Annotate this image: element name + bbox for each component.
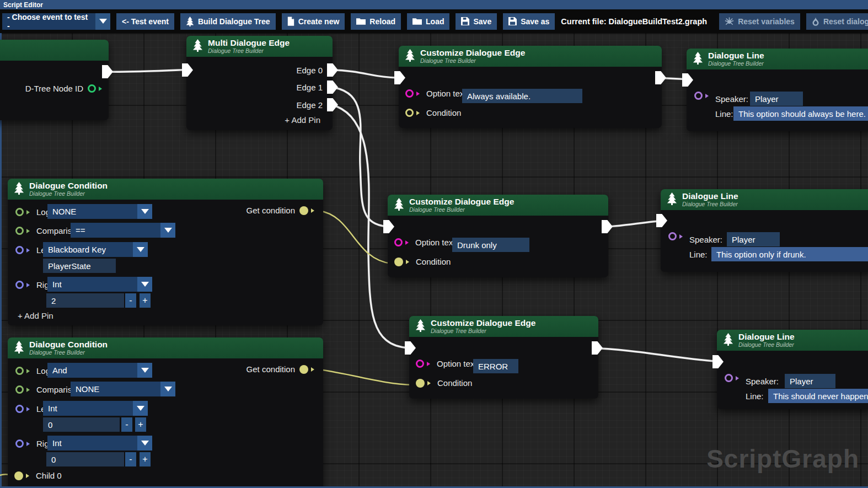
option-text-pin[interactable]	[394, 238, 403, 246]
line-input[interactable]: This should never happen.	[768, 389, 868, 403]
child-0-pin[interactable]	[14, 471, 23, 480]
right-pin[interactable]	[15, 281, 24, 289]
node-multi-dialogue-edge[interactable]: Multi Dialogue Edge Dialogue Tree Builde…	[186, 36, 333, 130]
condition-pin[interactable]	[416, 379, 425, 388]
flow-in-pin[interactable]	[656, 214, 667, 227]
logic-dropdown-button[interactable]	[137, 204, 152, 219]
event-dropdown-button[interactable]	[95, 13, 110, 30]
node-dialogue-condition-bottom[interactable]: Dialogue Condition Dialogue Tree Builder…	[8, 337, 323, 488]
flow-in-pin[interactable]	[182, 63, 193, 77]
node-dialogue-condition-top[interactable]: Dialogue Condition Dialogue Tree Builder…	[8, 179, 323, 325]
line-input[interactable]: This option should always be here.	[733, 106, 868, 121]
condition-pin[interactable]	[394, 258, 403, 266]
node-dialogue-line-mid[interactable]: Dialogue Line Dialogue Tree Builder Spea…	[661, 189, 868, 272]
add-pin-button[interactable]: + Add Pin	[18, 311, 53, 320]
flow-out-pin[interactable]	[102, 65, 113, 78]
option-text-pin[interactable]	[416, 360, 424, 368]
right-pin[interactable]	[15, 439, 24, 448]
comparison-pin[interactable]	[15, 385, 24, 394]
left-value-input[interactable]: 0	[43, 417, 120, 432]
left-pin[interactable]	[15, 405, 24, 413]
add-pin-button[interactable]: + Add Pin	[285, 115, 320, 125]
speaker-pin[interactable]	[694, 92, 703, 100]
logic-pin[interactable]	[15, 367, 24, 375]
reset-dialogue-tree-button[interactable]: Reset dialogue tree	[806, 13, 868, 30]
edge-2-out-pin[interactable]	[327, 98, 338, 111]
flow-out-pin[interactable]	[655, 71, 666, 84]
comparison-dropdown[interactable]: NONE	[71, 382, 175, 396]
save-button[interactable]: Save	[456, 13, 497, 30]
increment-button[interactable]: +	[140, 293, 151, 308]
test-event-button[interactable]: <- Test event	[116, 13, 174, 30]
right-value-input[interactable]: 0	[46, 452, 124, 466]
logic-dropdown-button[interactable]	[137, 363, 152, 378]
node-dialogue-line-bottom[interactable]: Dialogue Line Dialogue Tree Builder Spea…	[717, 330, 868, 409]
right-type-dropdown[interactable]: Int	[47, 436, 152, 451]
reset-variables-button[interactable]: Reset variables	[719, 13, 800, 30]
flow-out-pin[interactable]	[592, 341, 603, 355]
d-tree-node-id-pin[interactable]	[88, 84, 96, 93]
right-type-dropdown-button[interactable]	[137, 436, 152, 451]
left-type-dropdown-button[interactable]	[133, 242, 148, 257]
speaker-input[interactable]: Player	[727, 232, 780, 246]
node-dialogue-line-top[interactable]: Dialogue Line Dialogue Tree Builder Spea…	[687, 49, 868, 131]
comparison-dropdown-button[interactable]	[160, 382, 175, 396]
left-type-dropdown[interactable]: Blackboard Key	[43, 242, 148, 257]
right-type-dropdown[interactable]: Int	[47, 277, 152, 292]
flow-in-pin[interactable]	[383, 220, 394, 233]
get-condition-pin[interactable]	[299, 206, 308, 215]
graph-canvas[interactable]: ScriptGraph D-Tree Node ID Multi Dialogu…	[0, 33, 868, 488]
edge-1-out-pin[interactable]	[327, 81, 338, 94]
option-text-pin[interactable]	[405, 89, 414, 98]
line-input[interactable]: This option only if drunk.	[711, 247, 868, 261]
left-type-value[interactable]: Int	[43, 401, 133, 416]
save-as-button[interactable]: Save as	[503, 13, 555, 30]
logic-value[interactable]: NONE	[47, 204, 137, 219]
speaker-input[interactable]: Player	[785, 374, 835, 388]
option-text-input[interactable]: ERROR	[473, 359, 518, 373]
comparison-dropdown[interactable]: ==	[71, 223, 175, 238]
option-text-input[interactable]: Drunk only	[452, 238, 529, 252]
left-type-dropdown[interactable]: Int	[43, 401, 148, 416]
increment-button[interactable]: +	[140, 452, 151, 466]
right-type-dropdown-button[interactable]	[137, 277, 152, 292]
right-type-value[interactable]: Int	[47, 436, 137, 451]
node-customize-edge-top[interactable]: Customize Dialogue Edge Dialogue Tree Bu…	[399, 46, 662, 128]
flow-out-pin[interactable]	[602, 220, 613, 233]
logic-pin[interactable]	[15, 208, 24, 216]
comparison-value[interactable]: ==	[71, 223, 160, 238]
increment-button[interactable]: +	[135, 417, 146, 432]
node-customize-edge-bottom[interactable]: Customize Dialogue Edge Dialogue Tree Bu…	[409, 316, 598, 399]
flow-in-pin[interactable]	[712, 355, 724, 368]
decrement-button[interactable]: -	[125, 452, 136, 466]
logic-value[interactable]: And	[47, 363, 137, 378]
logic-dropdown[interactable]: And	[47, 363, 152, 378]
build-dialogue-tree-button[interactable]: Build Dialogue Tree	[180, 13, 276, 30]
left-value-input[interactable]: PlayerState	[43, 259, 116, 273]
left-type-dropdown-button[interactable]	[133, 401, 148, 416]
option-text-input[interactable]: Always available.	[462, 89, 582, 103]
comparison-dropdown-button[interactable]	[160, 223, 175, 238]
right-value-input[interactable]: 2	[46, 293, 124, 308]
flow-in-pin[interactable]	[394, 71, 405, 84]
reload-button[interactable]: Reload	[351, 13, 401, 30]
get-condition-pin[interactable]	[299, 365, 308, 374]
create-new-button[interactable]: Create new	[282, 13, 345, 30]
speaker-input[interactable]: Player	[750, 92, 803, 106]
logic-dropdown[interactable]: NONE	[47, 204, 152, 219]
event-dropdown[interactable]: - Choose event to test -	[2, 13, 110, 30]
flow-in-pin[interactable]	[405, 341, 416, 355]
comparison-value[interactable]: NONE	[71, 382, 160, 396]
left-pin[interactable]	[15, 246, 24, 254]
event-dropdown-value[interactable]: - Choose event to test -	[2, 13, 95, 30]
flow-in-pin[interactable]	[682, 73, 693, 87]
node-start[interactable]: D-Tree Node ID	[0, 40, 109, 120]
comparison-pin[interactable]	[15, 227, 24, 235]
left-type-value[interactable]: Blackboard Key	[43, 242, 133, 257]
edge-0-out-pin[interactable]	[327, 63, 338, 77]
decrement-button[interactable]: -	[121, 417, 132, 432]
condition-pin[interactable]	[405, 109, 414, 117]
speaker-pin[interactable]	[668, 232, 677, 240]
right-type-value[interactable]: Int	[47, 277, 137, 292]
load-button[interactable]: Load	[407, 13, 449, 30]
